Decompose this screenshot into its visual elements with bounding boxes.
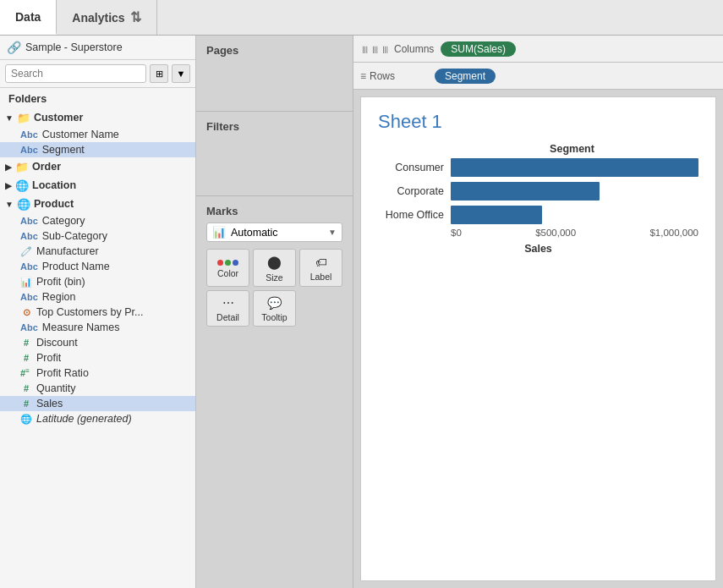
type-bar-icon: 📊 [20,277,32,288]
color-label: Color [217,268,238,278]
bar-consumer [451,158,698,177]
columns-label: ⫼⫼⫼ Columns [360,43,434,55]
type-abc-icon: Abc [20,129,38,140]
left-panel: 🔗 Sample - Superstore ⊞ ▼ Folders ▼ 📁 Cu… [0,36,196,588]
rows-icon: ≡ [360,70,366,82]
folders-label: Folders [0,88,195,108]
marks-type-dropdown[interactable]: 📊 Automatic ▼ [206,223,342,242]
table-row: Consumer [378,158,698,177]
group-product[interactable]: ▼ 🌐 Product [0,195,195,213]
x-tick-0: $0 [451,228,462,238]
filters-drop-area [206,138,342,189]
list-item[interactable]: # Discount [0,335,195,350]
marks-type-label: Automatic [231,227,323,239]
rows-shelf: ≡ Rows Segment [353,63,723,90]
globe-icon: 🌐 [15,179,29,192]
chart-bars: Consumer Corporate Home Offi [378,158,698,224]
detail-label: Detail [216,312,239,322]
marks-label: Marks [206,205,342,217]
type-geo-icon: 🧷 [20,246,32,257]
type-abc-icon: Abc [20,292,38,302]
columns-pill[interactable]: SUM(Sales) [441,41,516,57]
list-item[interactable]: 🌐 Latitude (generated) [0,411,195,426]
type-hash-icon: # [20,398,32,409]
detail-icon: ⋯ [222,296,234,310]
marks-tooltip-button[interactable]: 💬 Tooltip [253,290,296,327]
list-item[interactable]: Abc Sub-Category [0,228,195,244]
main-area: 🔗 Sample - Superstore ⊞ ▼ Folders ▼ 📁 Cu… [0,36,723,588]
tab-analytics[interactable]: Analytics ⇅ [57,0,156,35]
sort-icon: ⇅ [130,9,141,25]
chart-inner: Segment Consumer Corporate [378,143,698,255]
tooltip-icon: 💬 [267,296,282,310]
type-hash-icon: # [20,338,32,348]
bar-homeoffice [451,206,542,224]
group-location[interactable]: ▶ 🌐 Location [0,176,195,195]
color-dots [217,260,238,266]
datasource-row[interactable]: 🔗 Sample - Superstore [0,36,195,60]
bar-corporate [451,182,600,201]
marks-size-button[interactable]: ⬤ Size [253,249,296,287]
x-tick-1m: $1,000,000 [649,228,698,238]
marks-detail-button[interactable]: ⋯ Detail [206,290,249,327]
sort-button[interactable]: ▼ [172,64,190,83]
bar-label-corporate: Corporate [378,185,444,197]
datasource-icon: 🔗 [7,41,20,54]
dot-blue [233,260,238,266]
x-tick-500k: $500,000 [535,228,576,238]
folder-icon: 📁 [15,160,29,173]
list-item-sales[interactable]: # Sales [0,396,195,411]
folder-icon: 📁 [17,111,30,124]
list-item[interactable]: Abc Product Name [0,259,195,274]
dot-red [217,260,223,266]
chevron-down-icon: ▼ [5,113,14,123]
rows-pill[interactable]: Segment [435,69,496,84]
table-row: Corporate [378,182,698,201]
size-icon: ⬤ [267,255,282,270]
top-tab-bar: Data Analytics ⇅ [0,0,723,36]
group-customer[interactable]: ▼ 📁 Customer [0,108,195,127]
datasource-label: Sample - Superstore [25,41,123,53]
bar-container-consumer [451,158,698,177]
marks-buttons-grid: Color ⬤ Size 🏷 Label ⋯ Detail [206,249,342,327]
tab-data[interactable]: Data [0,0,57,35]
list-item[interactable]: 📊 Profit (bin) [0,274,195,289]
type-hash-calc-icon: #≡ [20,368,32,378]
list-item[interactable]: ⊙ Top Customers by Pr... [0,305,195,320]
marks-color-button[interactable]: Color [206,249,249,287]
chart-title: Sheet 1 [378,111,698,133]
search-input[interactable] [5,64,146,83]
pages-drop-area [206,62,342,104]
pages-label: Pages [206,44,342,57]
bar-container-homeoffice [451,206,698,224]
bar-container-corporate [451,182,698,201]
list-item[interactable]: Abc Region [0,289,195,305]
columns-shelf: ⫼⫼⫼ Columns SUM(Sales) [353,36,723,63]
chevron-right-icon: ▶ [5,162,12,172]
type-abc-icon: Abc [20,145,38,155]
right-panel: ⫼⫼⫼ Columns SUM(Sales) ≡ Rows Segment Sh… [353,36,723,588]
type-abc-icon: Abc [20,322,38,332]
list-item[interactable]: Abc Category [0,213,195,228]
size-label: Size [266,272,282,283]
chart-area: Sheet 1 Segment Consumer Corporate [360,96,716,581]
filters-section: Filters [196,112,353,195]
list-item[interactable]: 🧷 Manufacturer [0,244,195,259]
list-item[interactable]: # Profit [0,350,195,365]
marks-label-button[interactable]: 🏷 Label [299,249,342,287]
rows-label: ≡ Rows [360,70,428,82]
chevron-down-icon: ▼ [5,200,14,209]
type-set-icon: ⊙ [20,307,32,318]
list-item[interactable]: # Quantity [0,381,195,396]
field-list: ▼ 📁 Customer Abc Customer Name Abc Segme… [0,108,195,588]
type-hash-icon: # [20,383,32,393]
filters-label: Filters [206,120,342,133]
list-item[interactable]: Abc Customer Name [0,127,195,142]
list-item[interactable]: Abc Segment [0,142,195,157]
list-item[interactable]: #≡ Profit Ratio [0,365,195,381]
middle-panel: Pages Filters Marks 📊 Automatic ▼ [196,36,353,588]
list-item[interactable]: Abc Measure Names [0,320,195,335]
group-order[interactable]: ▶ 📁 Order [0,157,195,176]
grid-view-button[interactable]: ⊞ [150,64,168,83]
chevron-down-icon: ▼ [328,228,337,237]
